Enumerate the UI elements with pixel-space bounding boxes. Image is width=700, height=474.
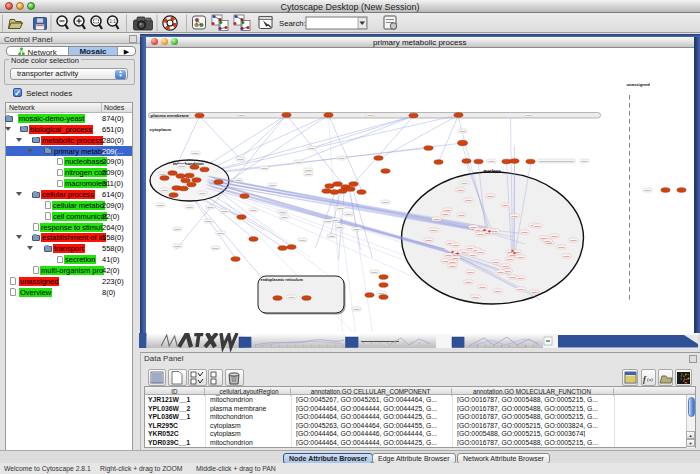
svg-text:plasma membrane: plasma membrane: [150, 113, 189, 118]
svg-text:endoplasmic reticulum: endoplasmic reticulum: [260, 276, 303, 281]
svg-text:cytoplasm: cytoplasm: [149, 126, 171, 131]
svg-text:nucleus: nucleus: [483, 169, 501, 174]
svg-text:1:1: 1:1: [110, 19, 117, 24]
svg-text:Search:: Search:: [279, 19, 306, 28]
svg-text:unassigned: unassigned: [626, 82, 650, 87]
svg-text:(x): (x): [647, 377, 653, 382]
